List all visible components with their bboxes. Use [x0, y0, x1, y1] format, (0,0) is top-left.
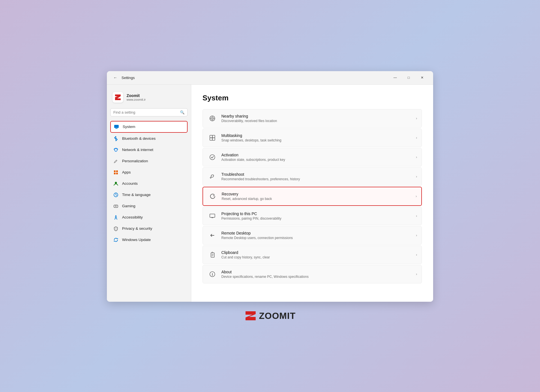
- recovery-title: Recovery: [222, 192, 416, 196]
- setting-item-projecting[interactable]: Projecting to this PC Permissions, pairi…: [202, 207, 422, 225]
- bluetooth-icon: [113, 136, 119, 141]
- sidebar-item-bluetooth[interactable]: Bluetooth & devices: [110, 133, 188, 144]
- svg-rect-9: [114, 173, 116, 174]
- page-title: System: [202, 94, 422, 102]
- sidebar-item-apps[interactable]: Apps: [110, 167, 188, 178]
- back-button[interactable]: ←: [111, 74, 119, 82]
- projecting-title: Projecting to this PC: [221, 211, 416, 216]
- svg-rect-19: [212, 138, 215, 140]
- about-chevron: ›: [416, 272, 417, 276]
- sidebar-item-network-label: Network & internet: [122, 148, 153, 152]
- recovery-desc: Reset, advanced startup, go back: [222, 197, 416, 201]
- titlebar: ← Settings — □ ✕: [107, 71, 433, 85]
- sidebar-item-privacy-label: Privacy & security: [122, 226, 152, 231]
- remote-desktop-desc: Remote Desktop users, connection permiss…: [221, 236, 416, 240]
- sidebar-item-update-label: Windows Update: [122, 238, 151, 242]
- search-box[interactable]: 🔍: [110, 108, 188, 116]
- gaming-icon: [113, 203, 119, 209]
- about-icon: [207, 269, 217, 279]
- setting-item-clipboard[interactable]: Clipboard Cut and copy history, sync, cl…: [202, 245, 422, 264]
- svg-rect-10: [116, 173, 118, 174]
- svg-rect-8: [116, 170, 118, 172]
- about-text: About Device specifications, rename PC, …: [221, 270, 416, 279]
- sidebar-item-accessibility[interactable]: Accessibility: [110, 212, 188, 223]
- accounts-icon: [113, 181, 119, 186]
- setting-item-nearby-sharing[interactable]: Nearby sharing Discoverability, received…: [202, 109, 422, 128]
- sidebar: Zoomit www.zoomit.ir 🔍 System: [107, 85, 191, 302]
- sidebar-item-time-label: Time & language: [122, 193, 151, 197]
- setting-item-recovery[interactable]: Recovery Reset, advanced startup, go bac…: [202, 187, 422, 206]
- setting-item-about[interactable]: About Device specifications, rename PC, …: [202, 265, 422, 283]
- minimize-button[interactable]: —: [389, 73, 402, 82]
- sidebar-item-accounts[interactable]: Accounts: [110, 178, 188, 189]
- projecting-desc: Permissions, pairing PIN, discoverabilit…: [221, 217, 416, 220]
- recovery-icon: [208, 191, 218, 201]
- activation-icon: [207, 152, 217, 162]
- sidebar-item-accessibility-label: Accessibility: [122, 215, 143, 219]
- avatar: [112, 92, 123, 103]
- multitasking-icon: [207, 133, 217, 143]
- clipboard-icon: [207, 250, 217, 260]
- multitasking-chevron: ›: [416, 136, 417, 140]
- sidebar-item-personalization[interactable]: Personalization: [110, 156, 188, 166]
- nearby-sharing-title: Nearby sharing: [221, 114, 416, 118]
- svg-marker-2: [115, 98, 121, 100]
- clipboard-title: Clipboard: [221, 250, 416, 255]
- setting-item-multitasking[interactable]: Multitasking Snap windows, desktops, tas…: [202, 129, 422, 147]
- activation-chevron: ›: [416, 155, 417, 159]
- setting-item-remote-desktop[interactable]: Remote Desktop Remote Desktop users, con…: [202, 226, 422, 245]
- sidebar-item-accounts-label: Accounts: [122, 181, 138, 186]
- svg-rect-5: [115, 128, 118, 129]
- sidebar-item-apps-label: Apps: [122, 170, 131, 174]
- svg-rect-22: [210, 214, 215, 217]
- multitasking-desc: Snap windows, desktops, task switching: [221, 138, 416, 142]
- sidebar-item-network[interactable]: Network & internet: [110, 145, 188, 155]
- svg-rect-16: [210, 135, 212, 138]
- svg-point-21: [213, 175, 214, 175]
- about-title: About: [221, 270, 416, 274]
- sidebar-item-gaming[interactable]: Gaming: [110, 201, 188, 211]
- sidebar-item-privacy[interactable]: Privacy & security: [110, 223, 188, 234]
- remote-desktop-text: Remote Desktop Remote Desktop users, con…: [221, 231, 416, 240]
- troubleshoot-text: Troubleshoot Recommended troubleshooters…: [221, 172, 416, 181]
- projecting-icon: [207, 211, 217, 221]
- svg-rect-17: [212, 135, 215, 138]
- sidebar-item-update[interactable]: Windows Update: [110, 235, 188, 245]
- footer-zoomit-icon: [244, 311, 257, 321]
- profile-info: Zoomit www.zoomit.ir: [127, 93, 185, 101]
- sidebar-item-system[interactable]: System: [110, 121, 188, 133]
- maximize-button[interactable]: □: [402, 73, 415, 82]
- remote-desktop-chevron: ›: [416, 233, 417, 237]
- multitasking-title: Multitasking: [221, 133, 416, 138]
- settings-list: Nearby sharing Discoverability, received…: [202, 109, 422, 283]
- svg-point-6: [116, 151, 116, 152]
- settings-window: ← Settings — □ ✕ Zoomit: [107, 71, 433, 302]
- clipboard-desc: Cut and copy history, sync, clear: [221, 255, 416, 259]
- window-controls: — □ ✕: [389, 73, 429, 82]
- projecting-chevron: ›: [416, 214, 417, 218]
- troubleshoot-chevron: ›: [416, 174, 417, 179]
- footer-logo: ZOOMIT: [244, 311, 296, 321]
- content-area: Zoomit www.zoomit.ir 🔍 System: [107, 85, 433, 302]
- svg-rect-18: [210, 138, 212, 140]
- system-icon: [114, 124, 119, 130]
- privacy-icon: [113, 226, 119, 231]
- troubleshoot-icon: [207, 172, 217, 182]
- sidebar-item-personalization-label: Personalization: [122, 159, 148, 163]
- about-desc: Device specifications, rename PC, Window…: [221, 275, 416, 279]
- troubleshoot-title: Troubleshoot: [221, 172, 416, 177]
- multitasking-text: Multitasking Snap windows, desktops, tas…: [221, 133, 416, 142]
- nearby-sharing-chevron: ›: [416, 116, 417, 120]
- projecting-text: Projecting to this PC Permissions, pairi…: [221, 211, 416, 220]
- sidebar-item-time[interactable]: Time & language: [110, 190, 188, 200]
- sidebar-nav: System Bluetooth & devices Network & int…: [110, 121, 188, 245]
- search-input[interactable]: [113, 110, 180, 114]
- setting-item-activation[interactable]: Activation Activation state, subscriptio…: [202, 148, 422, 166]
- setting-item-troubleshoot[interactable]: Troubleshoot Recommended troubleshooters…: [202, 167, 422, 186]
- remote-desktop-icon: [207, 230, 217, 240]
- sidebar-item-system-label: System: [123, 125, 135, 129]
- sidebar-item-gaming-label: Gaming: [122, 204, 135, 208]
- recovery-chevron: ›: [416, 194, 417, 198]
- svg-rect-7: [114, 170, 116, 172]
- close-button[interactable]: ✕: [416, 73, 429, 82]
